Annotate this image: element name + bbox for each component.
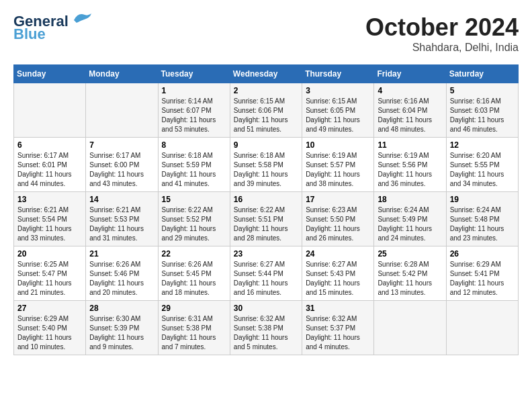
calendar-cell: 3Sunrise: 6:15 AMSunset: 6:05 PMDaylight… bbox=[302, 83, 374, 138]
month-title: October 2024 bbox=[365, 13, 519, 42]
day-info: Sunrise: 6:28 AMSunset: 5:42 PMDaylight:… bbox=[378, 260, 442, 298]
weekday-header: Thursday bbox=[302, 65, 374, 83]
calendar-week-row: 6Sunrise: 6:17 AMSunset: 6:01 PMDaylight… bbox=[14, 138, 519, 192]
day-info: Sunrise: 6:29 AMSunset: 5:40 PMDaylight:… bbox=[17, 314, 82, 352]
weekday-header: Saturday bbox=[446, 65, 518, 83]
day-info: Sunrise: 6:21 AMSunset: 5:54 PMDaylight:… bbox=[17, 205, 82, 243]
calendar-cell: 6Sunrise: 6:17 AMSunset: 6:01 PMDaylight… bbox=[14, 138, 86, 192]
logo-bird-icon bbox=[71, 11, 93, 24]
calendar-cell: 29Sunrise: 6:31 AMSunset: 5:38 PMDayligh… bbox=[158, 301, 230, 355]
day-info: Sunrise: 6:32 AMSunset: 5:37 PMDaylight:… bbox=[306, 314, 370, 352]
day-number: 20 bbox=[17, 249, 82, 259]
day-info: Sunrise: 6:21 AMSunset: 5:53 PMDaylight:… bbox=[89, 205, 154, 243]
day-number: 3 bbox=[306, 86, 370, 95]
day-info: Sunrise: 6:22 AMSunset: 5:51 PMDaylight:… bbox=[234, 205, 298, 243]
page-header: General Blue October 2024 Shahdara, Delh… bbox=[13, 13, 519, 54]
day-number: 30 bbox=[234, 304, 298, 313]
location: Shahdara, Delhi, India bbox=[365, 42, 519, 54]
day-number: 8 bbox=[162, 140, 226, 150]
logo: General Blue bbox=[13, 13, 93, 43]
day-info: Sunrise: 6:26 AMSunset: 5:46 PMDaylight:… bbox=[89, 260, 154, 298]
day-number: 26 bbox=[450, 249, 515, 259]
day-info: Sunrise: 6:29 AMSunset: 5:41 PMDaylight:… bbox=[450, 260, 515, 298]
day-number: 23 bbox=[234, 249, 298, 259]
calendar-week-row: 27Sunrise: 6:29 AMSunset: 5:40 PMDayligh… bbox=[14, 301, 519, 355]
calendar-cell bbox=[14, 83, 86, 138]
title-block: October 2024 Shahdara, Delhi, India bbox=[365, 13, 519, 54]
calendar-cell: 1Sunrise: 6:14 AMSunset: 6:07 PMDaylight… bbox=[158, 83, 230, 138]
day-number: 31 bbox=[306, 304, 370, 313]
calendar-table: SundayMondayTuesdayWednesdayThursdayFrid… bbox=[13, 64, 519, 355]
day-number: 25 bbox=[378, 249, 442, 259]
day-info: Sunrise: 6:15 AMSunset: 6:06 PMDaylight:… bbox=[234, 97, 298, 134]
calendar-cell: 17Sunrise: 6:23 AMSunset: 5:50 PMDayligh… bbox=[302, 192, 374, 246]
day-number: 15 bbox=[162, 195, 226, 204]
day-info: Sunrise: 6:18 AMSunset: 5:58 PMDaylight:… bbox=[234, 151, 298, 189]
calendar-cell: 4Sunrise: 6:16 AMSunset: 6:04 PMDaylight… bbox=[374, 83, 446, 138]
calendar-cell: 23Sunrise: 6:27 AMSunset: 5:44 PMDayligh… bbox=[230, 246, 302, 301]
day-info: Sunrise: 6:32 AMSunset: 5:38 PMDaylight:… bbox=[234, 314, 298, 352]
day-number: 2 bbox=[234, 86, 298, 95]
calendar-cell: 18Sunrise: 6:24 AMSunset: 5:49 PMDayligh… bbox=[374, 192, 446, 246]
calendar-body: 1Sunrise: 6:14 AMSunset: 6:07 PMDaylight… bbox=[14, 83, 519, 355]
day-number: 1 bbox=[162, 86, 226, 95]
day-number: 11 bbox=[378, 140, 442, 150]
day-number: 29 bbox=[162, 304, 226, 313]
weekday-header: Wednesday bbox=[230, 65, 302, 83]
day-info: Sunrise: 6:31 AMSunset: 5:38 PMDaylight:… bbox=[162, 314, 226, 352]
day-number: 7 bbox=[89, 140, 154, 150]
day-info: Sunrise: 6:23 AMSunset: 5:50 PMDaylight:… bbox=[306, 205, 370, 243]
calendar-cell: 25Sunrise: 6:28 AMSunset: 5:42 PMDayligh… bbox=[374, 246, 446, 301]
calendar-cell: 22Sunrise: 6:26 AMSunset: 5:45 PMDayligh… bbox=[158, 246, 230, 301]
weekday-header: Tuesday bbox=[158, 65, 230, 83]
day-number: 19 bbox=[450, 195, 515, 204]
day-info: Sunrise: 6:16 AMSunset: 6:03 PMDaylight:… bbox=[450, 97, 515, 134]
calendar-cell: 16Sunrise: 6:22 AMSunset: 5:51 PMDayligh… bbox=[230, 192, 302, 246]
day-number: 9 bbox=[234, 140, 298, 150]
calendar-cell: 11Sunrise: 6:19 AMSunset: 5:56 PMDayligh… bbox=[374, 138, 446, 192]
weekday-header: Monday bbox=[86, 65, 158, 83]
calendar-header-row: SundayMondayTuesdayWednesdayThursdayFrid… bbox=[14, 65, 519, 83]
day-number: 10 bbox=[306, 140, 370, 150]
day-info: Sunrise: 6:19 AMSunset: 5:57 PMDaylight:… bbox=[306, 151, 370, 189]
day-info: Sunrise: 6:22 AMSunset: 5:52 PMDaylight:… bbox=[162, 205, 226, 243]
day-info: Sunrise: 6:15 AMSunset: 6:05 PMDaylight:… bbox=[306, 97, 370, 134]
calendar-cell: 15Sunrise: 6:22 AMSunset: 5:52 PMDayligh… bbox=[158, 192, 230, 246]
day-number: 24 bbox=[306, 249, 370, 259]
day-info: Sunrise: 6:24 AMSunset: 5:48 PMDaylight:… bbox=[450, 205, 515, 243]
calendar-cell: 14Sunrise: 6:21 AMSunset: 5:53 PMDayligh… bbox=[86, 192, 158, 246]
day-info: Sunrise: 6:27 AMSunset: 5:44 PMDaylight:… bbox=[234, 260, 298, 298]
calendar-cell: 30Sunrise: 6:32 AMSunset: 5:38 PMDayligh… bbox=[230, 301, 302, 355]
day-info: Sunrise: 6:14 AMSunset: 6:07 PMDaylight:… bbox=[162, 97, 226, 134]
day-number: 12 bbox=[450, 140, 515, 150]
calendar-week-row: 1Sunrise: 6:14 AMSunset: 6:07 PMDaylight… bbox=[14, 83, 519, 138]
calendar-cell: 7Sunrise: 6:17 AMSunset: 6:00 PMDaylight… bbox=[86, 138, 158, 192]
day-number: 21 bbox=[89, 249, 154, 259]
calendar-cell: 13Sunrise: 6:21 AMSunset: 5:54 PMDayligh… bbox=[14, 192, 86, 246]
day-number: 17 bbox=[306, 195, 370, 204]
calendar-cell: 26Sunrise: 6:29 AMSunset: 5:41 PMDayligh… bbox=[446, 246, 518, 301]
calendar-cell: 10Sunrise: 6:19 AMSunset: 5:57 PMDayligh… bbox=[302, 138, 374, 192]
calendar-cell: 27Sunrise: 6:29 AMSunset: 5:40 PMDayligh… bbox=[14, 301, 86, 355]
calendar-week-row: 13Sunrise: 6:21 AMSunset: 5:54 PMDayligh… bbox=[14, 192, 519, 246]
calendar-cell bbox=[374, 301, 446, 355]
logo-blue: Blue bbox=[13, 26, 46, 43]
day-number: 27 bbox=[17, 304, 82, 313]
day-number: 13 bbox=[17, 195, 82, 204]
day-number: 14 bbox=[89, 195, 154, 204]
weekday-header: Sunday bbox=[14, 65, 86, 83]
calendar-cell: 20Sunrise: 6:25 AMSunset: 5:47 PMDayligh… bbox=[14, 246, 86, 301]
day-info: Sunrise: 6:30 AMSunset: 5:39 PMDaylight:… bbox=[89, 314, 154, 352]
day-info: Sunrise: 6:25 AMSunset: 5:47 PMDaylight:… bbox=[17, 260, 82, 298]
calendar-cell bbox=[86, 83, 158, 138]
calendar-cell: 8Sunrise: 6:18 AMSunset: 5:59 PMDaylight… bbox=[158, 138, 230, 192]
day-info: Sunrise: 6:16 AMSunset: 6:04 PMDaylight:… bbox=[378, 97, 442, 134]
calendar-week-row: 20Sunrise: 6:25 AMSunset: 5:47 PMDayligh… bbox=[14, 246, 519, 301]
day-info: Sunrise: 6:26 AMSunset: 5:45 PMDaylight:… bbox=[162, 260, 226, 298]
calendar-cell: 12Sunrise: 6:20 AMSunset: 5:55 PMDayligh… bbox=[446, 138, 518, 192]
calendar-cell: 28Sunrise: 6:30 AMSunset: 5:39 PMDayligh… bbox=[86, 301, 158, 355]
calendar-cell: 24Sunrise: 6:27 AMSunset: 5:43 PMDayligh… bbox=[302, 246, 374, 301]
day-number: 22 bbox=[162, 249, 226, 259]
day-info: Sunrise: 6:27 AMSunset: 5:43 PMDaylight:… bbox=[306, 260, 370, 298]
day-info: Sunrise: 6:18 AMSunset: 5:59 PMDaylight:… bbox=[162, 151, 226, 189]
